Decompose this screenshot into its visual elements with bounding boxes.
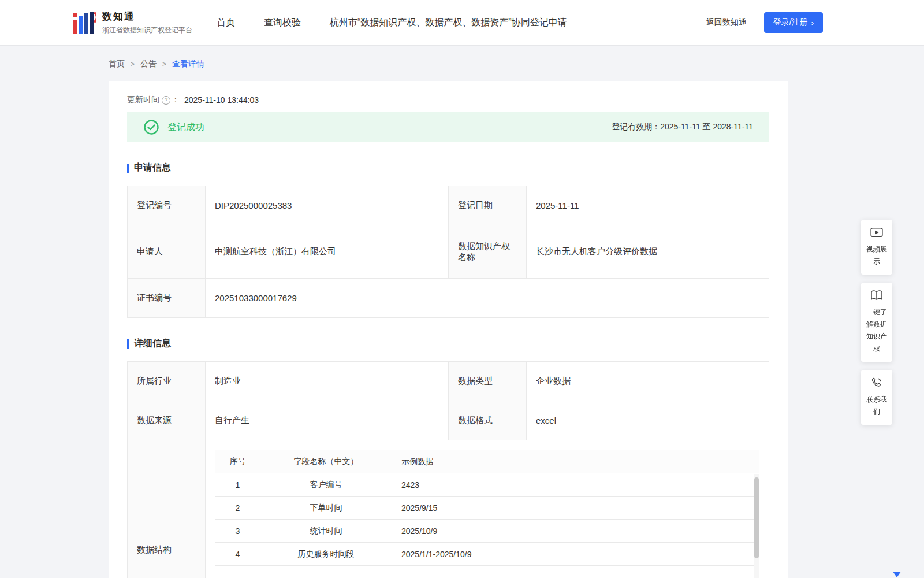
update-time-row: 更新时间 ： 2025-11-10 13:44:03 bbox=[127, 95, 769, 105]
table-row: 1 客户编号 2423 bbox=[215, 473, 759, 497]
table-row: 登记编号 DIP2025000025383 登记日期 2025-11-11 bbox=[128, 186, 769, 225]
login-register-button[interactable]: 登录/注册 › bbox=[764, 12, 823, 33]
floating-side-panel: 视频展示 一键了解数据知识产权 联系我们 bbox=[861, 220, 892, 425]
question-circle-icon[interactable] bbox=[162, 96, 170, 105]
float-item-label: 联系我们 bbox=[864, 394, 889, 418]
brand[interactable]: 数知通 浙江省数据知识产权登记平台 bbox=[72, 10, 192, 35]
breadcrumb-current: 查看详情 bbox=[172, 59, 204, 69]
nav-item-query-verify[interactable]: 查询校验 bbox=[264, 17, 301, 29]
float-item-label: 视频展示 bbox=[864, 243, 889, 268]
table-row: 4 历史服务时间段 2025/1/1-2025/10/9 bbox=[215, 543, 759, 566]
breadcrumb: 首页 > 公告 > 查看详情 bbox=[109, 59, 924, 69]
table-row: 所属行业 制造业 数据类型 企业数据 bbox=[128, 362, 769, 401]
detail-info-table: 所属行业 制造业 数据类型 企业数据 数据来源 自行产生 数据格式 excel … bbox=[127, 361, 769, 578]
field-label: 所属行业 bbox=[128, 362, 206, 401]
field-value: 20251033000017629 bbox=[206, 279, 769, 318]
cell-field-name: 统计时间 bbox=[260, 520, 392, 543]
login-button-label: 登录/注册 bbox=[773, 17, 808, 28]
detail-card: 更新时间 ： 2025-11-10 13:44:03 登记成功 登记有效期：20… bbox=[109, 81, 788, 578]
cell-field-name: 客户编号 bbox=[260, 473, 392, 497]
field-value: 2025-11-11 bbox=[527, 186, 769, 225]
field-label: 数据结构 bbox=[128, 440, 206, 578]
column-header: 示例数据 bbox=[392, 450, 759, 473]
column-header: 字段名称（中文） bbox=[260, 450, 392, 473]
section-marker bbox=[127, 339, 129, 349]
field-value: 自行产生 bbox=[206, 401, 449, 440]
contact-us-button[interactable]: 联系我们 bbox=[861, 370, 892, 425]
video-showcase-button[interactable]: 视频展示 bbox=[861, 220, 892, 275]
scrollbar-thumb[interactable] bbox=[754, 477, 759, 558]
nav-item-home[interactable]: 首页 bbox=[217, 17, 235, 29]
cell-seq: 2 bbox=[215, 497, 260, 520]
field-value: 企业数据 bbox=[527, 362, 769, 401]
section-marker bbox=[127, 164, 129, 173]
table-row-partial bbox=[215, 566, 759, 578]
field-label: 数据格式 bbox=[449, 401, 527, 440]
field-label: 登记日期 bbox=[449, 186, 527, 225]
cell-field-name: 下单时间 bbox=[260, 497, 392, 520]
section-title-detail-info: 详细信息 bbox=[127, 338, 769, 350]
scrollbar[interactable] bbox=[754, 474, 759, 578]
header-right: 返回数知通 登录/注册 › bbox=[706, 12, 823, 33]
validity-label: 登记有效期： bbox=[612, 122, 660, 131]
video-icon bbox=[870, 227, 883, 238]
chevron-right-icon: › bbox=[811, 19, 814, 27]
back-to-shuzhitong-link[interactable]: 返回数知通 bbox=[706, 17, 747, 28]
cell-sample: 2423 bbox=[392, 473, 759, 497]
update-time-value: 2025-11-10 13:44:03 bbox=[184, 95, 259, 105]
status-text: 登记成功 bbox=[167, 121, 204, 134]
column-header: 序号 bbox=[215, 450, 260, 473]
data-structure-table-wrap: 序号 字段名称（中文） 示例数据 1 客户编号 2423 bbox=[215, 450, 759, 578]
breadcrumb-announcement[interactable]: 公告 bbox=[140, 59, 157, 69]
section-title-text: 详细信息 bbox=[134, 338, 171, 350]
float-item-label: 一键了解数据知识产权 bbox=[864, 306, 889, 355]
validity-value: 2025-11-11 至 2028-11-11 bbox=[660, 122, 753, 131]
data-structure-table: 序号 字段名称（中文） 示例数据 1 客户编号 2423 bbox=[215, 450, 759, 578]
table-row: 证书编号 20251033000017629 bbox=[128, 279, 769, 318]
scroll-down-indicator[interactable] bbox=[893, 572, 901, 577]
brand-subtitle: 浙江省数据知识产权登记平台 bbox=[102, 25, 192, 35]
field-label: 数据知识产权名称 bbox=[449, 225, 527, 279]
learn-data-ip-button[interactable]: 一键了解数据知识产权 bbox=[861, 283, 892, 362]
top-header: 数知通 浙江省数据知识产权登记平台 首页 查询校验 杭州市“数据知识产权、数据产… bbox=[0, 0, 924, 45]
main-nav: 首页 查询校验 杭州市“数据知识产权、数据产权、数据资产”协同登记申请 bbox=[217, 17, 567, 29]
field-label: 数据类型 bbox=[449, 362, 527, 401]
field-label: 申请人 bbox=[128, 225, 206, 279]
apply-info-table: 登记编号 DIP2025000025383 登记日期 2025-11-11 申请… bbox=[127, 186, 769, 318]
update-time-label: 更新时间 bbox=[127, 95, 159, 105]
breadcrumb-home[interactable]: 首页 bbox=[109, 59, 125, 69]
breadcrumb-separator: > bbox=[162, 60, 166, 68]
cell-seq: 1 bbox=[215, 473, 260, 497]
table-row: 申请人 中测航空科技（浙江）有限公司 数据知识产权名称 长沙市无人机客户分级评价… bbox=[128, 225, 769, 279]
registration-success-banner: 登记成功 登记有效期：2025-11-11 至 2028-11-11 bbox=[127, 112, 769, 142]
nav-item-hangzhou-registration[interactable]: 杭州市“数据知识产权、数据产权、数据资产”协同登记申请 bbox=[330, 17, 567, 29]
field-label: 登记编号 bbox=[128, 186, 206, 225]
phone-icon bbox=[870, 377, 883, 388]
field-label: 数据来源 bbox=[128, 401, 206, 440]
breadcrumb-separator: > bbox=[131, 60, 135, 68]
cell-sample: 2025/10/9 bbox=[392, 520, 759, 543]
field-label: 证书编号 bbox=[128, 279, 206, 318]
field-value: excel bbox=[527, 401, 769, 440]
cell-field-name: 历史服务时间段 bbox=[260, 543, 392, 566]
table-header-row: 序号 字段名称（中文） 示例数据 bbox=[215, 450, 759, 473]
field-value: 长沙市无人机客户分级评价数据 bbox=[527, 225, 769, 279]
cell-sample: 2025/9/15 bbox=[392, 497, 759, 520]
validity-text: 登记有效期：2025-11-11 至 2028-11-11 bbox=[612, 122, 753, 132]
field-value: 制造业 bbox=[206, 362, 449, 401]
field-value: DIP2025000025383 bbox=[206, 186, 449, 225]
brand-name: 数知通 bbox=[102, 10, 192, 23]
check-circle-icon bbox=[143, 119, 159, 135]
field-value: 中测航空科技（浙江）有限公司 bbox=[206, 225, 449, 279]
table-row: 数据来源 自行产生 数据格式 excel bbox=[128, 401, 769, 440]
table-row: 3 统计时间 2025/10/9 bbox=[215, 520, 759, 543]
cell-seq: 3 bbox=[215, 520, 260, 543]
update-time-colon: ： bbox=[172, 95, 180, 105]
table-row-data-structure: 数据结构 序号 字段名称（中文） 示例数据 bbox=[128, 440, 769, 578]
book-icon bbox=[870, 290, 883, 301]
cell-sample: 2025/1/1-2025/10/9 bbox=[392, 543, 759, 566]
table-row: 2 下单时间 2025/9/15 bbox=[215, 497, 759, 520]
section-title-apply-info: 申请信息 bbox=[127, 162, 769, 174]
section-title-text: 申请信息 bbox=[134, 162, 171, 174]
data-structure-cell: 序号 字段名称（中文） 示例数据 1 客户编号 2423 bbox=[206, 440, 769, 578]
